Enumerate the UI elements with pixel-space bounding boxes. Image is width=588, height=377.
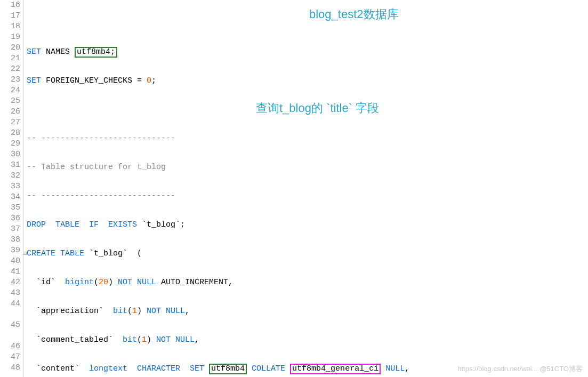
line-number: 23: [0, 75, 20, 85]
annotation-query: 查询t_blog的 `title` 字段: [256, 100, 379, 116]
line-number: 40: [0, 256, 20, 267]
code-line: `appreciation` bit(1) NOT NULL,: [27, 306, 588, 317]
line-number: 36: [0, 213, 20, 224]
line-number: 34: [0, 192, 20, 203]
line-number: 25: [0, 96, 20, 107]
code-line: SET NAMES utf8mb4;: [27, 47, 588, 58]
code-line: [27, 18, 588, 29]
highlight-charset: utf8mb4;: [75, 47, 117, 58]
code-line: -- ----------------------------: [27, 191, 588, 202]
line-number: 33: [0, 181, 20, 192]
line-number: 45: [0, 320, 20, 341]
line-number: 43: [0, 288, 20, 299]
line-number: 24: [0, 85, 20, 96]
code-line: `comment_tabled` bit(1) NOT NULL,: [27, 335, 588, 346]
line-number: 30: [0, 149, 20, 160]
code-editor: 16 17 18 19 20 21 22 23 24 25 26 27 28 2…: [0, 0, 588, 377]
code-area[interactable]: SET NAMES utf8mb4; SET FOREIGN_KEY_CHECK…: [24, 0, 588, 377]
code-line: DROP TABLE IF EXISTS `t_blog`;: [27, 220, 588, 230]
code-line: `id` bigint(20) NOT NULL AUTO_INCREMENT,: [27, 277, 588, 288]
annotation-database: blog_test2数据库: [309, 6, 399, 22]
line-number: 31: [0, 160, 20, 171]
line-number: 35: [0, 203, 20, 213]
code-line: SET FOREIGN_KEY_CHECKS = 0;: [27, 76, 588, 86]
line-number: 47: [0, 352, 20, 363]
line-number: 39: [0, 245, 20, 256]
line-number: 17: [0, 11, 20, 21]
code-line: -- Table structure for t_blog: [27, 162, 588, 173]
line-number: 46: [0, 341, 20, 352]
line-number: 29: [0, 139, 20, 149]
line-number: 37: [0, 224, 20, 235]
highlight-charset: utf8mb4: [209, 364, 247, 374]
line-number: 27: [0, 117, 20, 128]
line-number: 20: [0, 43, 20, 53]
code-line: -- ----------------------------: [27, 133, 588, 144]
line-number: 38: [0, 235, 20, 245]
fold-icon[interactable]: ⊟: [23, 248, 27, 259]
line-number: 16: [0, 0, 20, 11]
highlight-collate: utf8mb4_general_ci: [290, 364, 381, 374]
line-number: 42: [0, 277, 20, 288]
line-number: 28: [0, 128, 20, 139]
line-number: 22: [0, 64, 20, 75]
line-number: 41: [0, 267, 20, 277]
code-line: ⊟CREATE TABLE `t_blog` (: [27, 248, 588, 259]
line-number: 18: [0, 21, 20, 32]
line-number: 44: [0, 299, 20, 320]
line-number-gutter: 16 17 18 19 20 21 22 23 24 25 26 27 28 2…: [0, 0, 24, 377]
line-number: 21: [0, 53, 20, 64]
watermark: https://blog.csdn.net/wei... @51CTO博客: [457, 364, 583, 374]
line-number: 48: [0, 363, 20, 373]
line-number: 26: [0, 107, 20, 117]
line-number: 19: [0, 32, 20, 43]
line-number: 32: [0, 171, 20, 181]
